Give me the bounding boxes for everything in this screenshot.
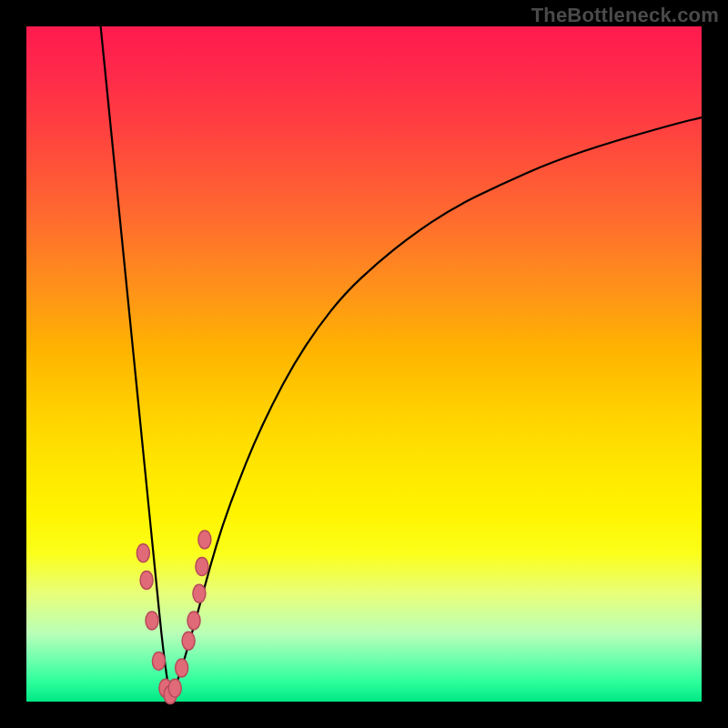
plot-svg xyxy=(26,26,702,702)
data-point xyxy=(182,632,195,650)
data-point-markers xyxy=(136,531,211,704)
data-point xyxy=(187,612,200,630)
attribution-text: TheBottleneck.com xyxy=(531,4,719,27)
bottleneck-curve-right xyxy=(169,117,702,694)
data-point xyxy=(136,544,149,562)
data-point xyxy=(168,679,181,697)
data-point xyxy=(196,558,208,576)
data-point xyxy=(146,612,158,630)
data-point xyxy=(193,584,206,602)
data-point xyxy=(152,652,165,670)
chart-frame: TheBottleneck.com xyxy=(0,0,728,728)
data-point xyxy=(198,531,211,549)
data-point xyxy=(140,571,153,589)
data-point xyxy=(176,659,188,677)
bottleneck-curve-left xyxy=(101,26,170,695)
